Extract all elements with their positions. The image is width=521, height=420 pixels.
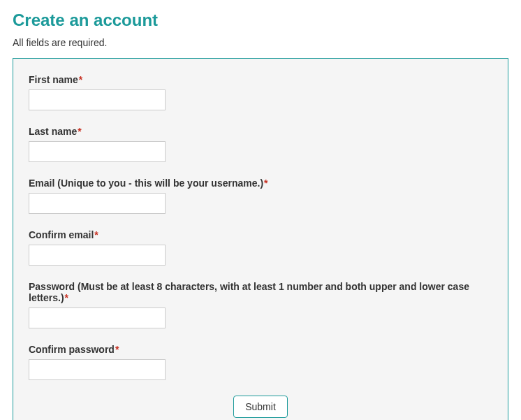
submit-button[interactable]: Submit <box>233 396 288 418</box>
field-email: Email (Unique to you - this will be your… <box>29 178 492 214</box>
confirm-password-input[interactable] <box>29 359 166 380</box>
last-name-label: Last name* <box>29 126 492 137</box>
field-last-name: Last name* <box>29 126 492 162</box>
required-icon: * <box>115 344 119 355</box>
first-name-input[interactable] <box>29 89 166 110</box>
required-icon: * <box>79 74 82 85</box>
required-icon: * <box>264 178 267 189</box>
email-input[interactable] <box>29 193 166 214</box>
required-icon: * <box>94 229 98 240</box>
first-name-label: First name* <box>29 74 492 85</box>
confirm-email-input[interactable] <box>29 245 166 266</box>
confirm-password-label-text: Confirm password <box>29 344 115 355</box>
field-password: Password (Must be at least 8 characters,… <box>29 281 492 328</box>
confirm-email-label: Confirm email* <box>29 229 492 240</box>
page-title: Create an account <box>13 10 508 30</box>
password-label-text: Password (Must be at least 8 characters,… <box>29 281 469 303</box>
confirm-email-label-text: Confirm email <box>29 229 94 240</box>
submit-row: Submit <box>29 396 492 418</box>
last-name-label-text: Last name <box>29 126 77 137</box>
create-account-form: First name* Last name* Email (Unique to … <box>13 58 508 420</box>
field-first-name: First name* <box>29 74 492 110</box>
last-name-input[interactable] <box>29 141 166 162</box>
password-input[interactable] <box>29 307 166 328</box>
required-icon: * <box>65 292 68 303</box>
field-confirm-password: Confirm password* <box>29 344 492 380</box>
page-subtitle: All fields are required. <box>13 37 508 48</box>
field-confirm-email: Confirm email* <box>29 229 492 266</box>
password-label: Password (Must be at least 8 characters,… <box>29 281 492 303</box>
required-icon: * <box>78 126 81 137</box>
confirm-password-label: Confirm password* <box>29 344 492 355</box>
email-label-text: Email (Unique to you - this will be your… <box>29 178 263 189</box>
email-label: Email (Unique to you - this will be your… <box>29 178 492 189</box>
first-name-label-text: First name <box>29 74 78 85</box>
